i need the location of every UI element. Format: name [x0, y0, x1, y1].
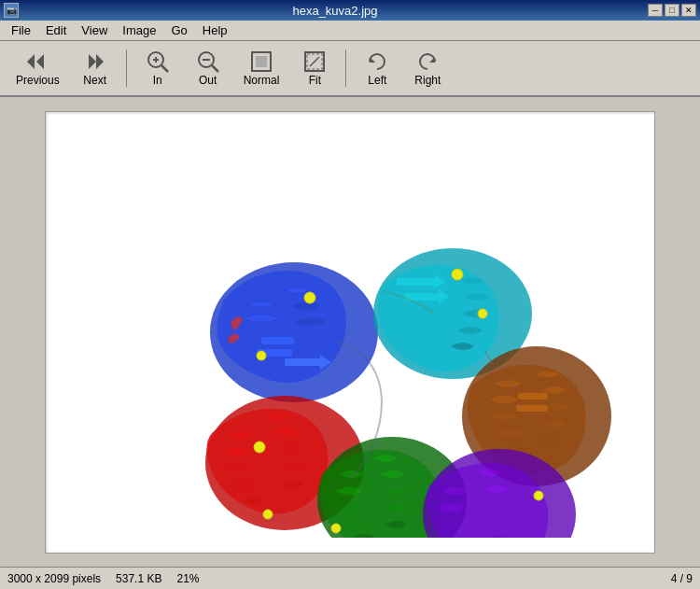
window-title: hexa_kuva2.jpg — [292, 4, 377, 18]
image-dimensions: 3000 x 2099 pixels — [7, 572, 101, 585]
status-info: 3000 x 2099 pixels 537.1 KB 21% — [7, 572, 199, 585]
next-button[interactable]: Next — [72, 45, 119, 91]
svg-point-23 — [257, 351, 266, 360]
window-controls: ─ □ ✕ — [648, 4, 696, 17]
toolbar-separator-2 — [345, 49, 346, 87]
normal-button[interactable]: Normal — [235, 45, 288, 91]
statusbar: 3000 x 2099 pixels 537.1 KB 21% 4 / 9 — [0, 567, 700, 589]
image-frame — [45, 111, 655, 554]
previous-icon — [25, 49, 49, 74]
svg-rect-29 — [516, 405, 548, 412]
svg-rect-28 — [518, 393, 548, 400]
zoom-level: 21% — [176, 572, 199, 585]
svg-marker-2 — [89, 54, 96, 69]
svg-marker-0 — [27, 54, 35, 69]
menu-go[interactable]: Go — [163, 21, 194, 39]
svg-point-38 — [534, 491, 543, 500]
svg-marker-3 — [96, 54, 104, 69]
close-button[interactable]: ✕ — [681, 4, 696, 17]
titlebar: 📷 hexa_kuva2.jpg ─ □ ✕ — [0, 0, 700, 21]
svg-line-15 — [310, 57, 319, 66]
rotate-right-button[interactable]: Right — [404, 45, 451, 91]
menu-edit[interactable]: Edit — [38, 21, 74, 39]
menu-file[interactable]: File — [4, 21, 38, 39]
rotate-right-icon — [415, 49, 440, 74]
protein-image — [61, 127, 639, 538]
svg-point-31 — [254, 442, 265, 453]
zoom-out-button[interactable]: Out — [185, 45, 231, 91]
app-icon: 📷 — [4, 3, 19, 18]
next-icon — [83, 49, 107, 74]
toolbar: Previous Next In Out Normal — [0, 41, 700, 97]
minimize-button[interactable]: ─ — [648, 4, 663, 17]
toolbar-separator-1 — [126, 49, 127, 87]
svg-marker-17 — [429, 57, 435, 63]
svg-point-32 — [263, 510, 273, 519]
fit-icon — [302, 49, 327, 74]
blue-protein — [210, 262, 378, 402]
zoom-in-button[interactable]: In — [134, 45, 181, 91]
main-content — [0, 97, 700, 567]
normal-icon — [249, 49, 273, 74]
menu-help[interactable]: Help — [195, 21, 235, 39]
maximize-button[interactable]: □ — [665, 4, 679, 17]
zoom-out-icon — [196, 49, 220, 74]
svg-line-7 — [161, 65, 168, 72]
svg-rect-12 — [256, 56, 267, 67]
svg-line-10 — [212, 65, 218, 72]
svg-point-26 — [478, 309, 487, 318]
svg-point-22 — [304, 292, 315, 303]
rotate-left-button[interactable]: Left — [354, 45, 400, 91]
previous-button[interactable]: Previous — [7, 45, 68, 91]
menubar: File Edit View Image Go Help — [0, 21, 700, 41]
fit-button[interactable]: Fit — [291, 45, 338, 91]
file-size: 537.1 KB — [116, 572, 161, 585]
image-position: 4 / 9 — [671, 572, 693, 585]
svg-marker-1 — [36, 54, 44, 69]
rotate-left-icon — [365, 49, 389, 74]
menu-image[interactable]: Image — [115, 21, 163, 39]
svg-marker-16 — [370, 57, 375, 63]
svg-rect-20 — [261, 337, 294, 344]
menu-view[interactable]: View — [74, 21, 115, 39]
svg-point-35 — [331, 524, 341, 533]
zoom-in-icon — [146, 49, 170, 74]
svg-point-25 — [452, 269, 463, 280]
